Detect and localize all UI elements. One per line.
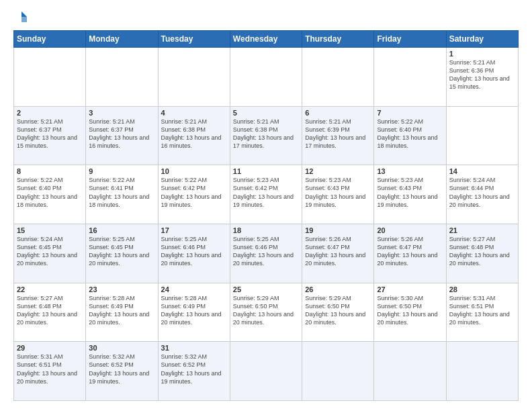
calendar-day-31: 31Sunrise: 5:32 AMSunset: 6:52 PMDayligh… — [158, 342, 230, 401]
empty-cell — [446, 342, 518, 401]
logo-icon — [15, 10, 28, 24]
calendar-header-sunday: Sunday — [14, 31, 86, 48]
calendar-header-row: SundayMondayTuesdayWednesdayThursdayFrid… — [14, 31, 519, 48]
calendar-day-18: 18Sunrise: 5:25 AMSunset: 6:46 PMDayligh… — [230, 224, 302, 283]
calendar-week-3: 8Sunrise: 5:22 AMSunset: 6:40 PMDaylight… — [14, 165, 519, 224]
calendar-day-25: 25Sunrise: 5:29 AMSunset: 6:50 PMDayligh… — [230, 283, 302, 342]
calendar-day-11: 11Sunrise: 5:23 AMSunset: 6:42 PMDayligh… — [230, 165, 302, 224]
calendar-day-21: 21Sunrise: 5:27 AMSunset: 6:48 PMDayligh… — [446, 224, 518, 283]
calendar-week-4: 15Sunrise: 5:24 AMSunset: 6:45 PMDayligh… — [14, 224, 519, 283]
calendar-day-24: 24Sunrise: 5:28 AMSunset: 6:49 PMDayligh… — [158, 283, 230, 342]
empty-cell — [230, 342, 302, 401]
header — [13, 10, 519, 24]
calendar-day-20: 20Sunrise: 5:26 AMSunset: 6:47 PMDayligh… — [374, 224, 446, 283]
calendar-day-16: 16Sunrise: 5:25 AMSunset: 6:45 PMDayligh… — [86, 224, 158, 283]
calendar-day-1: 1Sunrise: 5:21 AMSunset: 6:36 PMDaylight… — [446, 48, 518, 107]
calendar-header-monday: Monday — [86, 31, 158, 48]
empty-cell — [14, 48, 86, 107]
empty-cell — [230, 48, 302, 107]
calendar-day-8: 8Sunrise: 5:22 AMSunset: 6:40 PMDaylight… — [14, 165, 86, 224]
calendar-day-23: 23Sunrise: 5:28 AMSunset: 6:49 PMDayligh… — [86, 283, 158, 342]
calendar-day-19: 19Sunrise: 5:26 AMSunset: 6:47 PMDayligh… — [302, 224, 374, 283]
empty-cell — [374, 48, 446, 107]
calendar-day-29: 29Sunrise: 5:31 AMSunset: 6:51 PMDayligh… — [14, 342, 86, 401]
calendar-header-saturday: Saturday — [446, 31, 518, 48]
calendar-header-tuesday: Tuesday — [158, 31, 230, 48]
calendar-day-30: 30Sunrise: 5:32 AMSunset: 6:52 PMDayligh… — [86, 342, 158, 401]
calendar-day-6: 6Sunrise: 5:21 AMSunset: 6:39 PMDaylight… — [302, 106, 374, 165]
empty-cell — [302, 342, 374, 401]
calendar-day-27: 27Sunrise: 5:30 AMSunset: 6:50 PMDayligh… — [374, 283, 446, 342]
calendar-day-13: 13Sunrise: 5:23 AMSunset: 6:43 PMDayligh… — [374, 165, 446, 224]
logo — [13, 10, 28, 24]
calendar-week-5: 22Sunrise: 5:27 AMSunset: 6:48 PMDayligh… — [14, 283, 519, 342]
calendar-day-12: 12Sunrise: 5:23 AMSunset: 6:43 PMDayligh… — [302, 165, 374, 224]
calendar-header-wednesday: Wednesday — [230, 31, 302, 48]
calendar-day-5: 5Sunrise: 5:21 AMSunset: 6:38 PMDaylight… — [230, 106, 302, 165]
calendar-day-28: 28Sunrise: 5:31 AMSunset: 6:51 PMDayligh… — [446, 283, 518, 342]
page: SundayMondayTuesdayWednesdayThursdayFrid… — [0, 0, 532, 411]
empty-cell — [86, 48, 158, 107]
calendar-header-thursday: Thursday — [302, 31, 374, 48]
calendar-day-3: 3Sunrise: 5:21 AMSunset: 6:37 PMDaylight… — [86, 106, 158, 165]
calendar-week-6: 29Sunrise: 5:31 AMSunset: 6:51 PMDayligh… — [14, 342, 519, 401]
calendar-day-2: 2Sunrise: 5:21 AMSunset: 6:37 PMDaylight… — [14, 106, 86, 165]
calendar-day-26: 26Sunrise: 5:29 AMSunset: 6:50 PMDayligh… — [302, 283, 374, 342]
calendar-day-9: 9Sunrise: 5:22 AMSunset: 6:41 PMDaylight… — [86, 165, 158, 224]
calendar-table: SundayMondayTuesdayWednesdayThursdayFrid… — [13, 30, 519, 401]
calendar-week-2: 2Sunrise: 5:21 AMSunset: 6:37 PMDaylight… — [14, 106, 519, 165]
calendar-day-10: 10Sunrise: 5:22 AMSunset: 6:42 PMDayligh… — [158, 165, 230, 224]
empty-cell — [374, 342, 446, 401]
empty-cell — [158, 48, 230, 107]
empty-cell — [302, 48, 374, 107]
calendar-day-4: 4Sunrise: 5:21 AMSunset: 6:38 PMDaylight… — [158, 106, 230, 165]
svg-marker-1 — [21, 17, 27, 22]
calendar-day-17: 17Sunrise: 5:25 AMSunset: 6:46 PMDayligh… — [158, 224, 230, 283]
calendar-day-22: 22Sunrise: 5:27 AMSunset: 6:48 PMDayligh… — [14, 283, 86, 342]
calendar-header-friday: Friday — [374, 31, 446, 48]
calendar-day-7: 7Sunrise: 5:22 AMSunset: 6:40 PMDaylight… — [374, 106, 446, 165]
calendar-day-15: 15Sunrise: 5:24 AMSunset: 6:45 PMDayligh… — [14, 224, 86, 283]
calendar-day-14: 14Sunrise: 5:24 AMSunset: 6:44 PMDayligh… — [446, 165, 518, 224]
calendar-week-1: 1Sunrise: 5:21 AMSunset: 6:36 PMDaylight… — [14, 48, 519, 107]
svg-marker-0 — [21, 11, 27, 17]
